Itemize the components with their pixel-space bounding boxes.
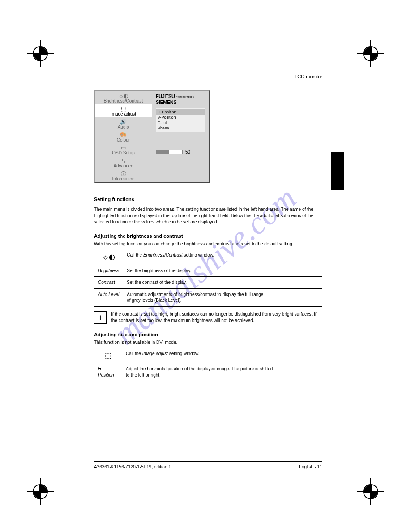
menu-item-brightness: ☼◐ Brightness/Contrast bbox=[95, 91, 152, 104]
menu-label: Audio bbox=[96, 124, 151, 129]
menu-label: Information bbox=[96, 176, 151, 181]
menu-item-image-adjust: ⬚ Image adjust bbox=[95, 104, 152, 117]
osd-submenu: H-Position V-Position Clock Phase bbox=[156, 108, 205, 132]
registration-mark-icon bbox=[357, 478, 384, 505]
image-adjust-icon: ⬚ bbox=[94, 348, 122, 363]
cell-line: to the left or right. bbox=[126, 373, 161, 378]
menu-label: Brightness/Contrast bbox=[96, 99, 151, 103]
table-row: ⬚ Call the Image adjust setting window. bbox=[94, 348, 322, 363]
cell-label: Auto Level bbox=[94, 288, 123, 306]
osd-slider-value: 50 bbox=[185, 150, 190, 154]
table-image-adjust: ⬚ Call the Image adjust setting window. … bbox=[94, 348, 322, 382]
header-rule bbox=[94, 84, 322, 84]
information-icon: ⓘ bbox=[96, 171, 151, 176]
logo-line2: SIEMENS bbox=[156, 99, 176, 105]
heading-brightness: Adjusting the brightness and contrast bbox=[94, 233, 322, 239]
page-header-title: LCD monitor bbox=[94, 74, 322, 79]
page-content: LCD monitor ☼◐ Brightness/Contrast ⬚ Ima… bbox=[94, 74, 322, 386]
note-row: i If the contrast is set too high, brigh… bbox=[94, 311, 322, 324]
paragraph-setting-functions: The main menu is divided into two areas.… bbox=[94, 206, 322, 225]
menu-item-audio: 🔊 Audio bbox=[95, 117, 152, 130]
cell-text: Set the brightness of the display. bbox=[123, 265, 322, 277]
menu-label: OSD Setup bbox=[96, 150, 151, 155]
menu-item-colour: 🎨 Colour bbox=[95, 130, 152, 143]
menu-label: Colour bbox=[96, 137, 151, 142]
cell-label: Brightness bbox=[94, 265, 123, 277]
intro-image-adjust: This function is not available in DVI mo… bbox=[94, 340, 322, 345]
colour-icon: 🎨 bbox=[96, 132, 151, 137]
cell-label: Contrast bbox=[94, 277, 123, 289]
menu-label: Image adjust bbox=[96, 112, 151, 116]
table-brightness: ☼◐ Call the Brightness/Contrast setting … bbox=[94, 249, 322, 307]
osd-setup-icon: ▭ bbox=[96, 145, 151, 150]
cell-text: Automatic adjustments of brightness/cont… bbox=[123, 288, 322, 306]
note-text: If the contrast is set too high, bright … bbox=[111, 311, 322, 324]
table-row: ☼◐ Call the Brightness/Contrast setting … bbox=[94, 249, 322, 265]
table-row: Contrast Set the contrast of the display… bbox=[94, 277, 322, 289]
brightness-contrast-icon: ☼◐ bbox=[96, 93, 151, 99]
logo-small: COMPUTERS bbox=[176, 96, 194, 99]
registration-mark-icon bbox=[27, 478, 54, 505]
table-row: Brightness Set the brightness of the dis… bbox=[94, 265, 322, 277]
cell-text: Set the contrast of the display. bbox=[123, 277, 322, 289]
heading-setting-functions: Setting functions bbox=[94, 197, 322, 202]
advanced-icon: ⇆ bbox=[96, 158, 151, 163]
cell-label: H-Position bbox=[94, 363, 122, 381]
submenu-h-position: H-Position bbox=[156, 109, 205, 115]
table-row: H-Position Adjust the horizontal positio… bbox=[94, 363, 322, 381]
cell-text: Call the Brightness/Contrast setting win… bbox=[127, 253, 214, 257]
osd-screenshot: ☼◐ Brightness/Contrast ⬚ Image adjust 🔊 … bbox=[94, 90, 210, 183]
page-footer: A26361-K1156-Z120-1-5E19, edition 1 Engl… bbox=[94, 461, 322, 469]
menu-item-information: ⓘ Information bbox=[95, 169, 152, 182]
osd-slider bbox=[156, 150, 183, 154]
registration-mark-icon bbox=[27, 40, 54, 67]
info-note-icon: i bbox=[94, 311, 107, 324]
menu-label: Advanced bbox=[96, 163, 151, 168]
heading-image-adjust: Adjusting size and position bbox=[94, 332, 322, 337]
brightness-contrast-icon: ☼◐ bbox=[94, 249, 123, 265]
cell-text: Call the Image adjust setting window. bbox=[126, 351, 200, 356]
submenu-v-position: V-Position bbox=[156, 115, 205, 120]
cell-line: Adjust the horizontal position of the di… bbox=[126, 366, 273, 371]
intro-brightness: With this setting function you can chang… bbox=[94, 241, 322, 246]
logo-line1: FUJITSU bbox=[156, 94, 175, 99]
cell-text: Adjust the horizontal position of the di… bbox=[122, 363, 322, 381]
fujitsu-siemens-logo: FUJITSU COMPUTERS SIEMENS bbox=[156, 94, 205, 105]
image-adjust-icon: ⬚ bbox=[96, 106, 151, 112]
osd-slider-row: 50 bbox=[156, 150, 205, 154]
table-row: Auto Level Automatic adjustments of brig… bbox=[94, 288, 322, 306]
info-icon-glyph: i bbox=[99, 314, 101, 321]
submenu-phase: Phase bbox=[156, 125, 205, 131]
submenu-clock: Clock bbox=[156, 120, 205, 125]
menu-item-osd-setup: ▭ OSD Setup bbox=[95, 143, 152, 156]
menu-item-advanced: ⇆ Advanced bbox=[95, 156, 152, 169]
osd-detail-panel: FUJITSU COMPUTERS SIEMENS H-Position V-P… bbox=[152, 91, 209, 182]
registration-mark-icon bbox=[357, 40, 384, 67]
osd-main-menu: ☼◐ Brightness/Contrast ⬚ Image adjust 🔊 … bbox=[95, 91, 152, 182]
footer-left: A26361-K1156-Z120-1-5E19, edition 1 bbox=[94, 464, 171, 469]
footer-right: English - 11 bbox=[299, 464, 322, 469]
cell-line: Automatic adjustments of brightness/cont… bbox=[127, 292, 263, 297]
page-edge-tab bbox=[331, 152, 344, 190]
audio-icon: 🔊 bbox=[96, 119, 151, 124]
cell-line: of grey levels (Black Level). bbox=[127, 298, 181, 303]
